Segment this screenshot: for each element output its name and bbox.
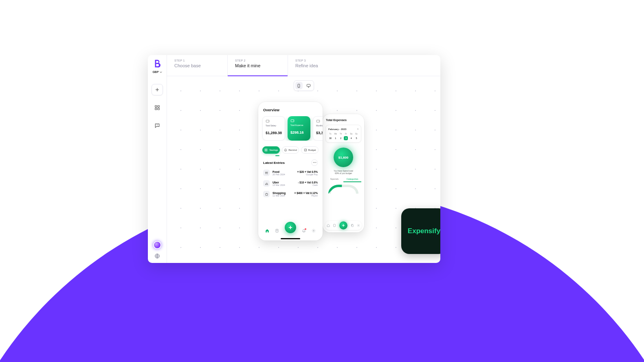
mobile-view-button[interactable]	[295, 82, 303, 89]
home-icon[interactable]	[327, 224, 330, 227]
notifications-icon[interactable]	[302, 229, 306, 233]
expensify-brand-tile[interactable]: Expensify	[401, 208, 440, 254]
copy-icon[interactable]	[351, 224, 354, 227]
plus-icon	[265, 149, 267, 151]
wallet-icon	[290, 119, 295, 123]
calendar-day[interactable]: Sa4	[349, 133, 353, 140]
day-name: Tu	[329, 133, 331, 135]
month-selector[interactable]: February - 2023 › Tu30We1Th2Fr3Sa4Su5	[325, 125, 361, 143]
chip-label: Savings	[269, 149, 278, 151]
plus-icon	[288, 225, 293, 230]
card-label: Monthly	[316, 124, 323, 127]
chart-tabs: Spends Categories	[325, 178, 361, 182]
svg-rect-15	[352, 225, 353, 227]
tab-categories[interactable]: Categories	[343, 178, 361, 182]
quick-actions: Savings Remind Budget	[262, 146, 319, 154]
calendar-day[interactable]: Fr3	[344, 133, 348, 140]
card-total-salary[interactable]: Total Salary $1,289.38	[262, 116, 285, 141]
svg-rect-2	[155, 106, 157, 107]
app-window: GBP STEP 1 Choose base STEP 2 Make it mi…	[148, 55, 440, 263]
list-item[interactable]: Uber 13 Mar 2024 - $18 + Vat 0.8% Cash	[258, 178, 323, 189]
list-item[interactable]: Food 20 Feb 2024 + $20 + Vat 0.5% Google…	[258, 168, 323, 178]
chip-label: Budget	[308, 149, 316, 151]
globe-icon[interactable]	[154, 253, 160, 259]
svg-point-16	[358, 225, 359, 226]
food-icon	[263, 170, 270, 176]
day-name: Su	[355, 133, 358, 135]
view-toggle	[294, 80, 314, 91]
doc-icon[interactable]	[333, 224, 336, 227]
step-tabs: STEP 1 Choose base STEP 2 Make it mine S…	[167, 55, 440, 76]
desktop-view-button[interactable]	[305, 82, 312, 89]
day-number: 30	[328, 136, 332, 140]
fab-add[interactable]	[285, 222, 296, 233]
plus-icon	[341, 223, 345, 227]
card-label: Total Expense	[290, 124, 308, 126]
entry-amount: - $18 + Vat 0.8%	[298, 181, 318, 184]
entry-date: 20 Feb 2024	[273, 173, 295, 176]
budget-icon	[304, 148, 307, 152]
month-label: February - 2023	[328, 128, 346, 130]
day-number: 5	[354, 136, 358, 140]
wallet-icon	[266, 119, 270, 123]
step-3[interactable]: STEP 3 Refine idea	[288, 55, 348, 76]
spend-note: You have Spend total60% of you budget	[323, 170, 364, 174]
card-total-expense[interactable]: Total Expense $298.16	[288, 116, 310, 141]
card-monthly[interactable]: Monthly $3,38	[313, 116, 323, 141]
svg-rect-5	[158, 108, 159, 110]
svg-rect-9	[307, 84, 310, 86]
tab-spends[interactable]: Spends	[325, 178, 343, 182]
day-name: Th	[340, 133, 342, 135]
calendar-day[interactable]: We1	[334, 133, 338, 140]
screen-title: Total Expenses	[323, 114, 364, 125]
day-number: 3	[344, 136, 348, 140]
logo	[153, 59, 162, 68]
svg-point-24	[267, 184, 268, 185]
chip-budget[interactable]: Budget	[301, 146, 319, 154]
calendar-day[interactable]: Su5	[354, 133, 358, 140]
entry-pay: Cash	[298, 184, 318, 186]
calendar-day[interactable]: Tu30	[328, 133, 332, 140]
currency-selector[interactable]: GBP	[152, 71, 162, 73]
entry-name: Shopping	[273, 192, 292, 194]
main: STEP 1 Choose base STEP 2 Make it mine S…	[167, 55, 440, 263]
entry-name: Food	[273, 170, 295, 173]
fab-add[interactable]	[339, 221, 347, 230]
step-1[interactable]: STEP 1 Choose base	[167, 55, 227, 76]
sidebar-grid-button[interactable]	[152, 102, 163, 113]
doc-icon[interactable]	[275, 229, 279, 233]
day-number: 1	[334, 136, 338, 140]
chip-label: Remind	[288, 149, 297, 151]
ai-orb-button[interactable]	[153, 241, 161, 249]
plus-icon	[155, 87, 160, 92]
step-title: Make it mine	[235, 63, 280, 68]
chip-remind[interactable]: Remind	[282, 146, 299, 154]
card-value: $1,289.38	[266, 131, 282, 135]
sidebar-chat-button[interactable]	[152, 120, 163, 131]
step-2[interactable]: STEP 2 Make it mine	[227, 55, 288, 76]
more-button[interactable]: ⋯	[311, 159, 318, 166]
desktop-icon	[306, 84, 311, 88]
entry-date: 11 Mar 2024	[273, 194, 292, 197]
calendar-day[interactable]: Th2	[339, 133, 343, 140]
chip-savings[interactable]: Savings	[262, 146, 280, 154]
grid-icon	[154, 105, 160, 110]
entry-amount: + $400 + Vat 0.12%	[295, 192, 318, 194]
add-button[interactable]	[152, 84, 163, 95]
list-item[interactable]: Shopping 11 Mar 2024 + $400 + Vat 0.12% …	[258, 189, 323, 199]
gear-icon[interactable]	[312, 229, 316, 233]
wallet-icon	[316, 119, 320, 123]
entries-list: Food 20 Feb 2024 + $20 + Vat 0.5% Google…	[258, 168, 323, 199]
day-number: 4	[349, 136, 353, 140]
step-title: Refine idea	[295, 63, 341, 68]
entry-pay: Google Pay	[297, 173, 318, 176]
home-icon[interactable]	[265, 229, 269, 233]
gear-icon[interactable]	[357, 224, 360, 227]
chevron-right-icon[interactable]: ›	[357, 127, 358, 131]
card-label: Total Salary	[266, 124, 282, 127]
latest-entries-title: Latest Entries	[263, 161, 285, 165]
bottom-nav	[325, 221, 362, 230]
day-name: We	[334, 133, 337, 135]
screen-title: Overview	[258, 102, 323, 116]
shopping-icon	[263, 191, 270, 197]
